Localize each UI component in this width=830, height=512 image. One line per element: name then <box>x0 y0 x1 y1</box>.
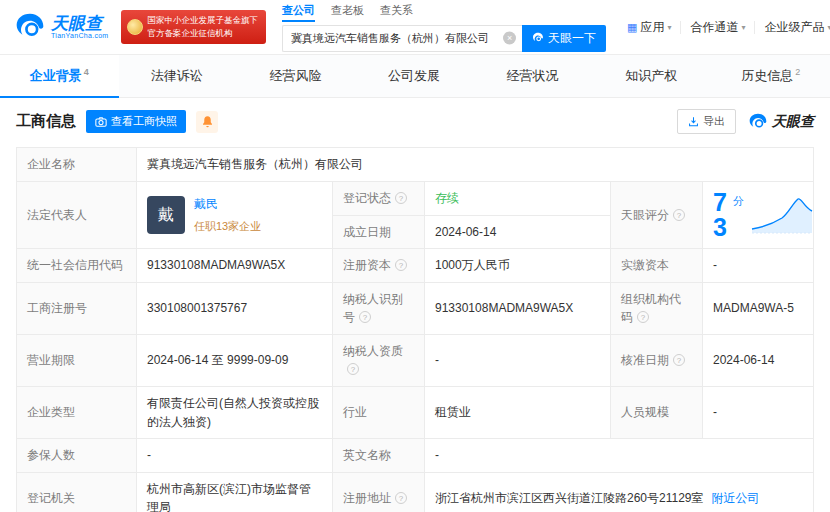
label-text: 核准日期 <box>621 353 669 367</box>
staff-size-value: - <box>703 387 814 439</box>
tianyancha-watermark: 天眼查 <box>748 112 814 132</box>
tab-count: 2 <box>795 67 800 77</box>
tab-company-background[interactable]: 企业背景4 <box>0 55 119 97</box>
tab-legal-proceedings[interactable]: 法律诉讼 <box>119 55 238 97</box>
help-icon[interactable]: ? <box>395 259 407 271</box>
alarm-bell-icon <box>201 115 214 128</box>
score-value: 73 <box>713 190 727 240</box>
search-tab-boss[interactable]: 查老板 <box>331 3 364 22</box>
tab-label: 经营状况 <box>507 68 559 83</box>
help-icon[interactable]: ? <box>347 363 359 375</box>
reg-capital-value: 1000万人民币 <box>425 249 611 283</box>
label-text: 注册资本 <box>343 258 391 272</box>
search-button-logo-icon <box>532 32 544 44</box>
help-icon[interactable]: ? <box>673 354 685 366</box>
table-row: 企业名称 冀真境远汽车销售服务（杭州）有限公司 <box>17 148 814 182</box>
search-box: × <box>282 25 522 52</box>
tab-label: 企业背景 <box>30 68 82 83</box>
clear-icon[interactable]: × <box>503 32 516 45</box>
reg-capital-label: 注册资本? <box>333 249 425 283</box>
search-tab-company[interactable]: 查公司 <box>282 3 315 22</box>
legal-rep-link[interactable]: 戴民 <box>194 197 218 211</box>
score-label: 天眼评分? <box>611 181 703 248</box>
tianyancha-watermark-icon <box>748 112 768 132</box>
nav-enterprise[interactable]: 企业级产品 ▾ <box>755 19 830 36</box>
company-type-label: 企业类型 <box>17 387 137 439</box>
reg-address-cell: 浙江省杭州市滨江区西兴街道江陵路260号21129室附近公司 <box>425 472 814 512</box>
uscc-label: 统一社会信用代码 <box>17 249 137 283</box>
label-text: 纳税人资质 <box>343 344 403 358</box>
tianyancha-logo[interactable]: 天眼查 TianYanCha.com <box>14 11 109 43</box>
export-button[interactable]: 导出 <box>677 109 736 134</box>
search-button-label: 天眼一下 <box>548 30 596 47</box>
legal-rep-texts: 戴民 任职13家企业 <box>194 195 261 235</box>
nav-partner[interactable]: 合作通道 ▾ <box>681 19 754 36</box>
search-button[interactable]: 天眼一下 <box>522 25 606 52</box>
search-row: × 天眼一下 <box>282 25 606 52</box>
legal-rep-cell: 戴 戴民 任职13家企业 <box>137 181 333 248</box>
approval-date-label: 核准日期? <box>611 334 703 386</box>
approval-date-value: 2024-06-14 <box>703 334 814 386</box>
nearby-companies-link[interactable]: 附近公司 <box>712 491 760 505</box>
section-title: 工商信息 <box>16 112 76 131</box>
gov-seal-icon <box>127 19 143 35</box>
nav-enterprise-label: 企业级产品 <box>764 19 824 36</box>
industry-value: 租赁业 <box>425 387 611 439</box>
avatar[interactable]: 戴 <box>147 196 185 234</box>
reg-number-label: 工商注册号 <box>17 282 137 334</box>
score-trend-chart <box>750 195 814 235</box>
tab-label: 经营风险 <box>269 68 321 83</box>
nav-partner-label: 合作通道 <box>690 19 738 36</box>
org-code-label: 组织机构代码? <box>611 282 703 334</box>
monitor-alert-button[interactable] <box>196 111 218 133</box>
taxpayer-id-label: 纳税人识别号? <box>333 282 425 334</box>
nav-apps[interactable]: ▦ 应用 ▾ <box>618 19 680 36</box>
tab-company-development[interactable]: 公司发展 <box>356 55 475 97</box>
taxpayer-id-value: 91330108MADMA9WA5X <box>425 282 611 334</box>
snapshot-button-label: 查看工商快照 <box>111 114 177 129</box>
company-name-label: 企业名称 <box>17 148 137 182</box>
tab-count: 4 <box>84 67 89 77</box>
company-type-value: 有限责任公司(自然人投资或控股的法人独资) <box>137 387 333 439</box>
search-input[interactable] <box>282 25 522 52</box>
help-icon[interactable]: ? <box>395 492 407 504</box>
establish-date-value: 2024-06-14 <box>425 215 611 249</box>
insured-label: 参保人数 <box>17 439 137 473</box>
tab-history-info[interactable]: 历史信息2 <box>711 55 830 97</box>
org-code-value: MADMA9WA-5 <box>703 282 814 334</box>
score-unit: 分 <box>733 193 744 210</box>
company-name-value: 冀真境远汽车销售服务（杭州）有限公司 <box>137 148 814 182</box>
legal-rep-label: 法定代表人 <box>17 181 137 248</box>
gov-badge-line1: 国家中小企业发展子基金旗下 <box>148 14 259 27</box>
reg-address-label: 注册地址? <box>333 472 425 512</box>
help-icon[interactable]: ? <box>395 192 407 204</box>
brand-domain: TianYanCha.com <box>51 32 109 39</box>
top-bar: 天眼查 TianYanCha.com 国家中小企业发展子基金旗下 官方备案企业征… <box>0 0 830 54</box>
gov-certification-badge: 国家中小企业发展子基金旗下 官方备案企业征信机构 <box>121 10 267 44</box>
tab-intellectual-property[interactable]: 知识产权 <box>593 55 712 97</box>
uscc-value: 91330108MADMA9WA5X <box>137 249 333 283</box>
tab-operation-status[interactable]: 经营状况 <box>474 55 593 97</box>
watermark-brand-name: 天眼查 <box>772 113 814 131</box>
snapshot-button[interactable]: 查看工商快照 <box>86 110 186 133</box>
help-icon[interactable]: ? <box>637 311 649 323</box>
label-text: 纳税人识别号 <box>343 292 403 325</box>
establish-date-label: 成立日期 <box>333 215 425 249</box>
section-header: 工商信息 查看工商快照 导出 天眼查 <box>0 98 830 145</box>
taxpayer-quality-value: - <box>425 334 611 386</box>
table-row: 法定代表人 戴 戴民 任职13家企业 登记状态? 存续 天眼评分? 73 分 <box>17 181 814 215</box>
reg-status-label: 登记状态? <box>333 181 425 215</box>
english-name-label: 英文名称 <box>333 439 425 473</box>
search-tab-relation[interactable]: 查关系 <box>380 3 413 22</box>
nav-apps-label: 应用 <box>640 19 664 36</box>
reg-authority-label: 登记机关 <box>17 472 137 512</box>
help-icon[interactable]: ? <box>673 209 685 221</box>
label-text: 登记状态 <box>343 191 391 205</box>
camera-icon <box>95 116 107 128</box>
legal-rep-companies-link[interactable]: 任职13家企业 <box>194 218 261 235</box>
tab-operation-risk[interactable]: 经营风险 <box>237 55 356 97</box>
help-icon[interactable]: ? <box>359 311 371 323</box>
table-row: 参保人数 - 英文名称 - <box>17 439 814 473</box>
paid-capital-value: - <box>703 249 814 283</box>
tab-label: 知识产权 <box>625 68 677 83</box>
